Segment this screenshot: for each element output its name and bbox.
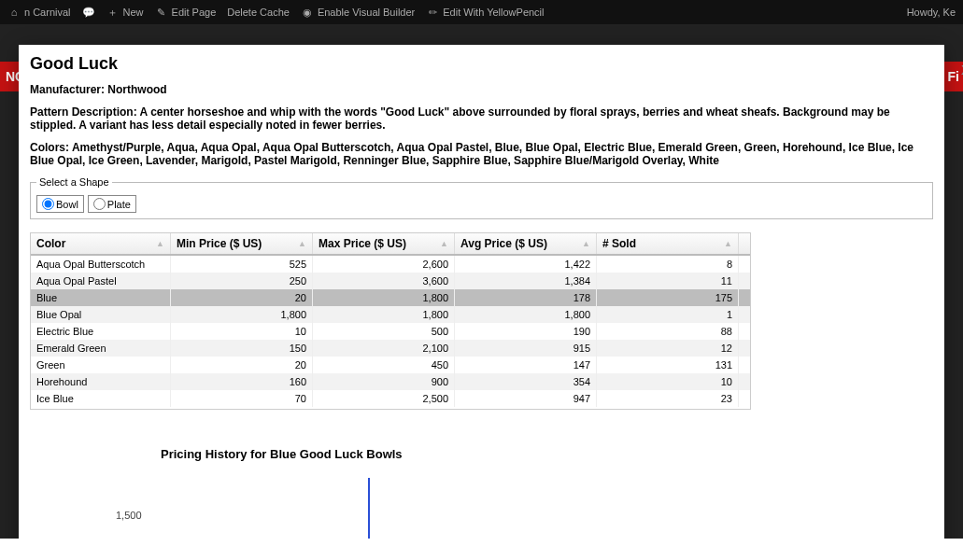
shape-bowl-radio[interactable] — [42, 198, 54, 210]
cell-max: 2,500 — [313, 390, 455, 407]
adminbar-yellow-pencil-label: Edit With YellowPencil — [443, 7, 544, 18]
cell-avg: 915 — [455, 340, 597, 357]
pattern-text: A center horseshoe and whip with the wor… — [30, 105, 890, 132]
chart-title: Pricing History for Blue Good Luck Bowls — [133, 447, 933, 461]
cell-sold: 10 — [597, 373, 739, 390]
cell-max: 1,800 — [313, 306, 455, 323]
cell-min: 20 — [171, 289, 313, 306]
table-row[interactable]: Blue Opal1,8001,8001,8001 — [31, 306, 750, 323]
cell-min: 20 — [171, 357, 313, 373]
sort-icon: ▲ — [298, 239, 306, 248]
col-header-sold[interactable]: # Sold ▲ — [597, 233, 739, 254]
table-row[interactable]: Green20450147131 — [31, 357, 750, 373]
cell-max: 500 — [313, 323, 455, 340]
adminbar-visual-builder[interactable]: ◉ Enable Visual Builder — [301, 6, 415, 19]
table-row[interactable]: Ice Blue702,50094723 — [31, 390, 750, 407]
home-icon: ⌂ — [7, 6, 21, 19]
cell-sold: 12 — [597, 340, 739, 357]
pencil-icon: ✎ — [155, 6, 168, 19]
adminbar-delete-cache[interactable]: Delete Cache — [227, 7, 290, 18]
cell-avg: 1,384 — [455, 273, 597, 289]
adminbar-edit-page[interactable]: ✎ Edit Page — [155, 6, 217, 19]
colors-label: Colors: — [30, 141, 69, 154]
col-header-min[interactable]: Min Price ($ US) ▲ — [171, 233, 313, 254]
sort-icon: ▲ — [724, 239, 732, 248]
cell-color: Blue Opal — [31, 306, 171, 323]
adminbar-edit-page-label: Edit Page — [172, 7, 217, 18]
adminbar-comments[interactable]: 💬 — [82, 6, 95, 19]
cell-avg: 178 — [455, 289, 597, 306]
adminbar-howdy[interactable]: Howdy, Ke — [907, 7, 956, 18]
cell-avg: 1,422 — [455, 256, 597, 273]
col-header-color[interactable]: Color ▲ — [31, 233, 171, 254]
cell-avg: 190 — [455, 323, 597, 340]
sort-icon: ▲ — [156, 239, 164, 248]
cell-sold: 1 — [597, 306, 739, 323]
colors-text: Amethyst/Purple, Aqua, Aqua Opal, Aqua O… — [30, 141, 913, 167]
cell-sold: 88 — [597, 323, 739, 340]
cell-color: Blue — [31, 289, 171, 306]
col-header-max[interactable]: Max Price ($ US) ▲ — [313, 233, 455, 254]
table-header-row: Color ▲ Min Price ($ US) ▲ Max Price ($ … — [31, 233, 750, 256]
table-row[interactable]: Emerald Green1502,10091512 — [31, 340, 750, 357]
adminbar-delete-cache-label: Delete Cache — [227, 7, 290, 18]
table-body-scroll[interactable]: Aqua Opal Butterscotch5252,6001,4228Aqua… — [31, 256, 750, 407]
cell-min: 525 — [171, 256, 313, 273]
cell-sold: 175 — [597, 289, 739, 306]
adminbar-site-name[interactable]: ⌂ n Carnival — [7, 6, 71, 19]
page-backdrop: NCAR Fi X Good Luck Manufacturer: Northw… — [0, 24, 963, 560]
shape-plate-option[interactable]: Plate — [88, 195, 136, 213]
col-header-min-label: Min Price ($ US) — [177, 237, 262, 250]
cell-sold: 23 — [597, 390, 739, 407]
table-row[interactable]: Horehound16090035410 — [31, 373, 750, 390]
manufacturer-label: Manufacturer: — [30, 83, 105, 96]
cell-color: Aqua Opal Butterscotch — [31, 256, 171, 273]
cell-avg: 1,800 — [455, 306, 597, 323]
shape-bowl-label: Bowl — [56, 199, 78, 210]
cell-max: 1,800 — [313, 289, 455, 306]
plus-icon: ＋ — [106, 6, 120, 19]
comment-icon: 💬 — [82, 6, 95, 19]
col-header-color-label: Color — [36, 237, 65, 250]
table-row[interactable]: Aqua Opal Butterscotch5252,6001,4228 — [31, 256, 750, 273]
table-row[interactable]: Blue201,800178175 — [31, 289, 750, 306]
adminbar-yellow-pencil[interactable]: ✏ Edit With YellowPencil — [426, 6, 544, 19]
chart-ytick-1500: 1,500 — [116, 510, 142, 521]
pattern-modal: Good Luck Manufacturer: Northwood Patter… — [19, 45, 944, 560]
pencil2-icon: ✏ — [426, 6, 439, 19]
cell-min: 10 — [171, 323, 313, 340]
cell-color: Horehound — [31, 373, 171, 390]
shape-legend: Select a Shape — [36, 176, 112, 188]
shape-plate-radio[interactable] — [93, 198, 106, 210]
col-header-avg[interactable]: Avg Price ($ US) ▲ — [455, 233, 597, 254]
table-row[interactable]: Aqua Opal Pastel2503,6001,38411 — [31, 273, 750, 289]
modal-scroll-area[interactable]: Good Luck Manufacturer: Northwood Patter… — [19, 45, 944, 560]
cell-sold: 131 — [597, 357, 739, 373]
pattern-title: Good Luck — [30, 54, 933, 74]
cell-min: 1,800 — [171, 306, 313, 323]
col-header-avg-label: Avg Price ($ US) — [460, 237, 547, 250]
cell-min: 160 — [171, 373, 313, 390]
table-row[interactable]: Electric Blue1050019088 — [31, 323, 750, 340]
cell-color: Green — [31, 357, 171, 373]
manufacturer-line: Manufacturer: Northwood — [30, 83, 933, 96]
cell-max: 900 — [313, 373, 455, 390]
cell-avg: 354 — [455, 373, 597, 390]
pattern-description-line: Pattern Description: A center horseshoe … — [30, 105, 933, 132]
cell-min: 70 — [171, 390, 313, 407]
adminbar-new[interactable]: ＋ New — [106, 6, 144, 19]
sort-icon: ▲ — [582, 239, 590, 248]
cell-min: 150 — [171, 340, 313, 357]
divi-icon: ◉ — [301, 6, 314, 19]
col-header-sold-label: # Sold — [602, 237, 636, 250]
cell-avg: 947 — [455, 390, 597, 407]
cell-max: 450 — [313, 357, 455, 373]
cell-avg: 147 — [455, 357, 597, 373]
adminbar-visual-builder-label: Enable Visual Builder — [318, 7, 415, 18]
cell-max: 2,100 — [313, 340, 455, 357]
shape-fieldset: Select a Shape Bowl Plate — [30, 176, 933, 219]
shape-bowl-option[interactable]: Bowl — [36, 195, 84, 213]
wp-admin-bar: ⌂ n Carnival 💬 ＋ New ✎ Edit Page Delete … — [0, 0, 963, 24]
cell-sold: 8 — [597, 256, 739, 273]
manufacturer-value: Northwood — [107, 83, 166, 96]
